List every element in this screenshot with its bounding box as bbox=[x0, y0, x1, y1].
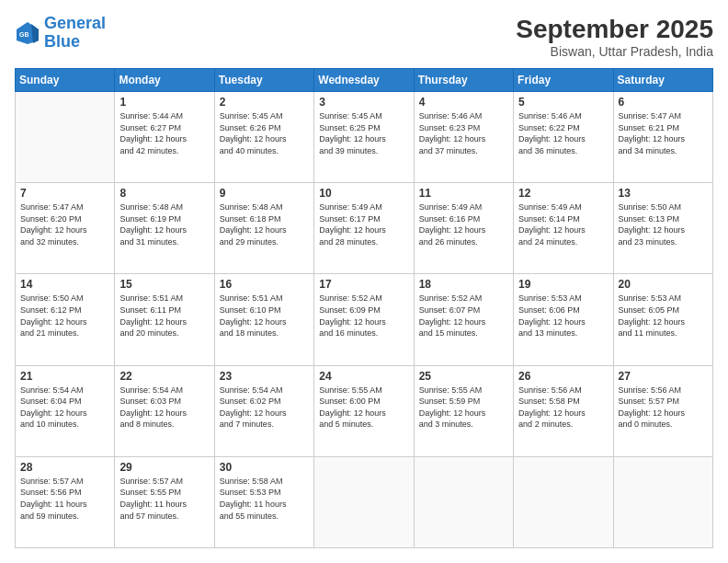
logo: GB General Blue bbox=[15, 15, 106, 52]
week-row-5: 28Sunrise: 5:57 AM Sunset: 5:56 PM Dayli… bbox=[16, 456, 713, 547]
day-number: 10 bbox=[319, 187, 408, 200]
weekday-header-wednesday: Wednesday bbox=[314, 69, 414, 92]
calendar-cell-1-1 bbox=[16, 92, 115, 183]
day-number: 18 bbox=[419, 278, 508, 291]
cell-info: Sunrise: 5:46 AM Sunset: 6:22 PM Dayligh… bbox=[518, 110, 608, 156]
day-number: 5 bbox=[518, 96, 608, 109]
cell-info: Sunrise: 5:55 AM Sunset: 6:00 PM Dayligh… bbox=[319, 385, 408, 431]
day-number: 4 bbox=[419, 96, 508, 109]
cell-info: Sunrise: 5:57 AM Sunset: 5:56 PM Dayligh… bbox=[20, 476, 109, 522]
weekday-header-sunday: Sunday bbox=[16, 69, 115, 92]
cell-info: Sunrise: 5:49 AM Sunset: 6:16 PM Dayligh… bbox=[419, 201, 508, 247]
cell-info: Sunrise: 5:47 AM Sunset: 6:21 PM Dayligh… bbox=[619, 110, 708, 156]
calendar-cell-2-3: 9Sunrise: 5:48 AM Sunset: 6:18 PM Daylig… bbox=[214, 183, 313, 274]
week-row-3: 14Sunrise: 5:50 AM Sunset: 6:12 PM Dayli… bbox=[16, 274, 713, 365]
month-title: September 2025 bbox=[516, 15, 713, 44]
day-number: 7 bbox=[20, 187, 109, 200]
calendar-cell-4-6: 26Sunrise: 5:56 AM Sunset: 5:58 PM Dayli… bbox=[514, 365, 613, 456]
cell-info: Sunrise: 5:52 AM Sunset: 6:09 PM Dayligh… bbox=[319, 293, 408, 339]
day-number: 27 bbox=[619, 370, 708, 383]
cell-info: Sunrise: 5:53 AM Sunset: 6:06 PM Dayligh… bbox=[518, 293, 608, 339]
logo-line1: General bbox=[44, 14, 106, 32]
weekday-header-saturday: Saturday bbox=[613, 69, 712, 92]
calendar-cell-1-5: 4Sunrise: 5:46 AM Sunset: 6:23 PM Daylig… bbox=[414, 92, 513, 183]
cell-info: Sunrise: 5:51 AM Sunset: 6:11 PM Dayligh… bbox=[119, 293, 209, 339]
cell-info: Sunrise: 5:48 AM Sunset: 6:19 PM Dayligh… bbox=[119, 201, 209, 247]
calendar-cell-1-6: 5Sunrise: 5:46 AM Sunset: 6:22 PM Daylig… bbox=[514, 92, 613, 183]
weekday-header-friday: Friday bbox=[514, 69, 613, 92]
day-number: 1 bbox=[119, 96, 209, 109]
cell-info: Sunrise: 5:46 AM Sunset: 6:23 PM Dayligh… bbox=[419, 110, 508, 156]
calendar-cell-4-4: 24Sunrise: 5:55 AM Sunset: 6:00 PM Dayli… bbox=[314, 365, 414, 456]
logo-line2: Blue bbox=[44, 32, 80, 51]
day-number: 28 bbox=[20, 461, 109, 474]
week-row-2: 7Sunrise: 5:47 AM Sunset: 6:20 PM Daylig… bbox=[16, 183, 713, 274]
calendar-cell-5-6 bbox=[514, 456, 613, 547]
day-number: 22 bbox=[119, 370, 209, 383]
cell-info: Sunrise: 5:58 AM Sunset: 5:53 PM Dayligh… bbox=[220, 476, 309, 522]
calendar-cell-2-6: 12Sunrise: 5:49 AM Sunset: 6:14 PM Dayli… bbox=[514, 183, 613, 274]
logo-text: General Blue bbox=[44, 15, 106, 52]
calendar-cell-3-5: 18Sunrise: 5:52 AM Sunset: 6:07 PM Dayli… bbox=[414, 274, 513, 365]
day-number: 16 bbox=[220, 278, 309, 291]
calendar-cell-1-4: 3Sunrise: 5:45 AM Sunset: 6:25 PM Daylig… bbox=[314, 92, 414, 183]
calendar-cell-3-6: 19Sunrise: 5:53 AM Sunset: 6:06 PM Dayli… bbox=[514, 274, 613, 365]
day-number: 8 bbox=[119, 187, 209, 200]
day-number: 19 bbox=[518, 278, 608, 291]
cell-info: Sunrise: 5:50 AM Sunset: 6:12 PM Dayligh… bbox=[20, 293, 109, 339]
cell-info: Sunrise: 5:48 AM Sunset: 6:18 PM Dayligh… bbox=[220, 201, 309, 247]
calendar-cell-5-1: 28Sunrise: 5:57 AM Sunset: 5:56 PM Dayli… bbox=[16, 456, 115, 547]
cell-info: Sunrise: 5:50 AM Sunset: 6:13 PM Dayligh… bbox=[619, 201, 708, 247]
day-number: 13 bbox=[619, 187, 708, 200]
calendar-cell-4-7: 27Sunrise: 5:56 AM Sunset: 5:57 PM Dayli… bbox=[613, 365, 712, 456]
day-number: 2 bbox=[220, 96, 309, 109]
cell-info: Sunrise: 5:45 AM Sunset: 6:25 PM Dayligh… bbox=[319, 110, 408, 156]
day-number: 11 bbox=[419, 187, 508, 200]
calendar-cell-3-3: 16Sunrise: 5:51 AM Sunset: 6:10 PM Dayli… bbox=[214, 274, 313, 365]
day-number: 21 bbox=[20, 370, 109, 383]
day-number: 20 bbox=[619, 278, 708, 291]
weekday-header-tuesday: Tuesday bbox=[214, 69, 313, 92]
cell-info: Sunrise: 5:53 AM Sunset: 6:05 PM Dayligh… bbox=[619, 293, 708, 339]
location-subtitle: Biswan, Uttar Pradesh, India bbox=[516, 44, 713, 59]
calendar-cell-5-2: 29Sunrise: 5:57 AM Sunset: 5:55 PM Dayli… bbox=[115, 456, 214, 547]
calendar-cell-2-4: 10Sunrise: 5:49 AM Sunset: 6:17 PM Dayli… bbox=[314, 183, 414, 274]
calendar-cell-4-3: 23Sunrise: 5:54 AM Sunset: 6:02 PM Dayli… bbox=[214, 365, 313, 456]
calendar-cell-4-2: 22Sunrise: 5:54 AM Sunset: 6:03 PM Dayli… bbox=[115, 365, 214, 456]
cell-info: Sunrise: 5:49 AM Sunset: 6:14 PM Dayligh… bbox=[518, 201, 608, 247]
cell-info: Sunrise: 5:45 AM Sunset: 6:26 PM Dayligh… bbox=[220, 110, 309, 156]
calendar-cell-3-2: 15Sunrise: 5:51 AM Sunset: 6:11 PM Dayli… bbox=[115, 274, 214, 365]
day-number: 24 bbox=[319, 370, 408, 383]
calendar-cell-5-3: 30Sunrise: 5:58 AM Sunset: 5:53 PM Dayli… bbox=[214, 456, 313, 547]
calendar-cell-5-5 bbox=[414, 456, 513, 547]
cell-info: Sunrise: 5:54 AM Sunset: 6:03 PM Dayligh… bbox=[119, 385, 209, 431]
cell-info: Sunrise: 5:57 AM Sunset: 5:55 PM Dayligh… bbox=[119, 476, 209, 522]
calendar-cell-1-2: 1Sunrise: 5:44 AM Sunset: 6:27 PM Daylig… bbox=[115, 92, 214, 183]
header: GB General Blue September 2025 Biswan, U… bbox=[15, 15, 713, 59]
day-number: 3 bbox=[319, 96, 408, 109]
day-number: 26 bbox=[518, 370, 608, 383]
calendar-cell-3-1: 14Sunrise: 5:50 AM Sunset: 6:12 PM Dayli… bbox=[16, 274, 115, 365]
cell-info: Sunrise: 5:55 AM Sunset: 5:59 PM Dayligh… bbox=[419, 385, 508, 431]
day-number: 12 bbox=[518, 187, 608, 200]
calendar-cell-1-3: 2Sunrise: 5:45 AM Sunset: 6:26 PM Daylig… bbox=[214, 92, 313, 183]
calendar-cell-2-7: 13Sunrise: 5:50 AM Sunset: 6:13 PM Dayli… bbox=[613, 183, 712, 274]
day-number: 9 bbox=[220, 187, 309, 200]
title-block: September 2025 Biswan, Uttar Pradesh, In… bbox=[516, 15, 713, 59]
calendar-cell-4-1: 21Sunrise: 5:54 AM Sunset: 6:04 PM Dayli… bbox=[16, 365, 115, 456]
week-row-4: 21Sunrise: 5:54 AM Sunset: 6:04 PM Dayli… bbox=[16, 365, 713, 456]
svg-text:GB: GB bbox=[19, 31, 29, 38]
calendar-cell-2-1: 7Sunrise: 5:47 AM Sunset: 6:20 PM Daylig… bbox=[16, 183, 115, 274]
cell-info: Sunrise: 5:54 AM Sunset: 6:04 PM Dayligh… bbox=[20, 385, 109, 431]
calendar-cell-5-4 bbox=[314, 456, 414, 547]
day-number: 25 bbox=[419, 370, 508, 383]
calendar-cell-3-4: 17Sunrise: 5:52 AM Sunset: 6:09 PM Dayli… bbox=[314, 274, 414, 365]
calendar-table: SundayMondayTuesdayWednesdayThursdayFrid… bbox=[15, 68, 713, 548]
cell-info: Sunrise: 5:52 AM Sunset: 6:07 PM Dayligh… bbox=[419, 293, 508, 339]
calendar-cell-2-2: 8Sunrise: 5:48 AM Sunset: 6:19 PM Daylig… bbox=[115, 183, 214, 274]
calendar-cell-2-5: 11Sunrise: 5:49 AM Sunset: 6:16 PM Dayli… bbox=[414, 183, 513, 274]
weekday-header-thursday: Thursday bbox=[414, 69, 513, 92]
day-number: 29 bbox=[119, 461, 209, 474]
day-number: 14 bbox=[20, 278, 109, 291]
calendar-cell-5-7 bbox=[613, 456, 712, 547]
